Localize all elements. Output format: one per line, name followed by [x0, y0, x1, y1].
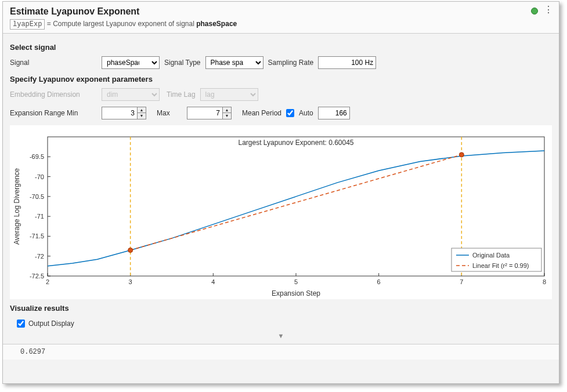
- svg-text:-69.5: -69.5: [30, 153, 44, 160]
- svg-text:-71: -71: [35, 213, 44, 220]
- time-lag-select: lag: [200, 88, 258, 101]
- signal-select[interactable]: phaseSpace: [102, 56, 160, 69]
- svg-text:5: 5: [294, 278, 298, 285]
- output-display-label: Output Display: [28, 320, 74, 328]
- svg-text:7: 7: [460, 278, 463, 285]
- result-output: 0.6297: [3, 344, 559, 360]
- page-title: Estimate Lyapunov Exponent: [10, 6, 552, 17]
- auto-label: Auto: [299, 109, 313, 117]
- svg-text:6: 6: [377, 278, 381, 285]
- equals-sign: =: [47, 20, 51, 28]
- svg-text:Average Log Divergence: Average Log Divergence: [13, 168, 21, 245]
- svg-text:2: 2: [46, 278, 49, 285]
- range-min-input[interactable]: [102, 107, 137, 119]
- time-lag-label: Time Lag: [167, 90, 196, 99]
- section-visualize: Visualize results: [10, 304, 552, 313]
- collapse-toggle-icon[interactable]: ▼: [10, 330, 552, 342]
- svg-text:-72: -72: [35, 253, 44, 260]
- more-menu-icon[interactable]: ⋮: [544, 5, 553, 14]
- output-var-code: lyapExp: [10, 19, 45, 30]
- description-line: lyapExp = Compute largest Lyapunov expon…: [10, 19, 552, 30]
- svg-text:8: 8: [543, 278, 546, 285]
- mean-period-label: Mean Period: [242, 109, 281, 117]
- auto-checkbox[interactable]: [286, 109, 294, 117]
- range-max-input[interactable]: [187, 107, 222, 119]
- output-display-checkbox[interactable]: [17, 320, 25, 328]
- sampling-rate-input[interactable]: [318, 56, 376, 69]
- task-panel: Estimate Lyapunov Exponent ⋮ lyapExp = C…: [2, 1, 559, 384]
- svg-text:-70: -70: [35, 173, 44, 180]
- embed-dim-select: dim: [102, 88, 160, 101]
- spin-up-icon[interactable]: ▲: [223, 107, 231, 113]
- range-max-label: Max: [157, 109, 182, 117]
- signal-row: Signal phaseSpace Signal Type Phase spac…: [10, 56, 552, 69]
- mean-period-input[interactable]: [318, 107, 350, 119]
- svg-text:-72.5: -72.5: [30, 273, 44, 280]
- svg-text:-71.5: -71.5: [30, 233, 44, 239]
- sampling-rate-label: Sampling Rate: [268, 59, 314, 67]
- range-row: Expansion Range Min ▲▼ Max ▲▼ Mean Perio…: [10, 107, 552, 119]
- svg-text:Original Data: Original Data: [472, 252, 510, 259]
- output-display-row: Output Display: [10, 317, 552, 330]
- body: Select signal Signal phaseSpace Signal T…: [3, 34, 559, 344]
- chart-area: 2345678-72.5-72-71.5-71-70.5-70-69.5Larg…: [10, 125, 552, 299]
- desc-signal: phaseSpace: [196, 20, 237, 28]
- spin-up-icon[interactable]: ▲: [138, 107, 146, 113]
- signal-type-label: Signal Type: [164, 59, 201, 67]
- svg-text:Largest Lyapunov Exponent: 0.6: Largest Lyapunov Exponent: 0.60045: [238, 139, 353, 147]
- spin-down-icon[interactable]: ▼: [138, 113, 146, 119]
- range-min-label: Expansion Range Min: [10, 109, 97, 117]
- svg-point-32: [459, 153, 464, 157]
- result-value: 0.6297: [20, 348, 45, 356]
- svg-text:-70.5: -70.5: [30, 193, 44, 200]
- section-params: Specify Lyapunov exponent parameters: [10, 75, 552, 84]
- signal-label: Signal: [10, 59, 97, 67]
- signal-type-select[interactable]: Phase space: [205, 56, 263, 69]
- svg-text:Expansion Step: Expansion Step: [272, 289, 320, 297]
- embed-row: Embedding Dimension dim Time Lag lag: [10, 88, 552, 101]
- header: Estimate Lyapunov Exponent ⋮ lyapExp = C…: [3, 2, 559, 34]
- range-max-spinner[interactable]: ▲▼: [187, 107, 232, 119]
- status-indicator-icon: [531, 8, 538, 14]
- svg-text:4: 4: [211, 278, 215, 285]
- spin-down-icon[interactable]: ▼: [223, 113, 231, 119]
- svg-text:Linear Fit (r² = 0.99): Linear Fit (r² = 0.99): [472, 262, 529, 269]
- svg-text:3: 3: [129, 278, 132, 285]
- range-min-spinner[interactable]: ▲▼: [102, 107, 146, 119]
- embed-dim-label: Embedding Dimension: [10, 90, 97, 99]
- desc-text: Compute largest Lyapunov exponent of sig…: [53, 20, 196, 28]
- svg-point-31: [128, 248, 133, 252]
- section-select-signal: Select signal: [10, 43, 552, 52]
- lyapunov-chart: 2345678-72.5-72-71.5-71-70.5-70-69.5Larg…: [10, 125, 553, 299]
